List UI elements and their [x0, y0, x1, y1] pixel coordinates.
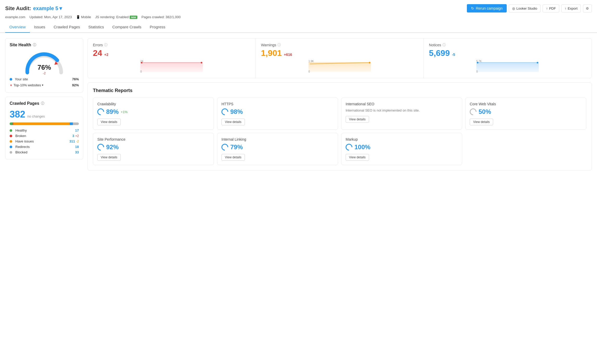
crawl-stats-list: Healthy 17 Broken 3 +2 — [10, 128, 79, 155]
svg-text:5.7K: 5.7K — [477, 60, 482, 63]
crawlability-view-details-button[interactable]: View details — [97, 119, 121, 125]
notices-value: 5,699 — [429, 48, 450, 58]
blocked-label: Blocked — [15, 150, 27, 154]
international-seo-na-text: International SEO is not implemented on … — [346, 108, 458, 113]
tab-compare-crawls[interactable]: Compare Crawls — [108, 22, 146, 33]
stat-broken: Broken 3 +2 — [10, 133, 79, 139]
crawled-pages-card: Crawled Pages ⓘ 382 no changes — [5, 97, 83, 159]
pdf-icon: ↑ — [546, 6, 548, 10]
crawlability-circle-icon — [96, 107, 106, 117]
campaign-selector[interactable]: example 5 ▾ — [33, 5, 62, 11]
warnings-info-icon[interactable]: ⓘ — [277, 43, 281, 47]
new-badge: new — [130, 16, 137, 19]
internal-linking-circle-icon — [220, 142, 230, 152]
tab-issues[interactable]: Issues — [30, 22, 49, 33]
broken-val: 3 — [72, 134, 74, 138]
gauge-change: -2 — [10, 72, 79, 75]
your-site-label: Your site — [15, 77, 28, 81]
core-web-vitals-view-details-button[interactable]: View details — [470, 119, 493, 125]
pb-redirects — [70, 122, 73, 125]
top10-legend: ▼ Top-10% websites ▾ 92% — [10, 82, 79, 88]
thematic-reports-section: Thematic Reports Crawlability 89% +1% Vi… — [87, 82, 592, 171]
warnings-label: Warnings — [261, 43, 276, 47]
thematic-reports-title: Thematic Reports — [93, 88, 586, 93]
svg-text:24: 24 — [140, 60, 143, 63]
crawlability-change: +1% — [121, 110, 128, 114]
internal-linking-view-details-button[interactable]: View details — [221, 154, 245, 161]
errors-change: +2 — [104, 53, 109, 57]
notices-info-icon[interactable]: ⓘ — [442, 43, 446, 47]
triangle-down-icon: ▼ — [10, 84, 12, 87]
internal-linking-title: Internal Linking — [221, 137, 334, 141]
https-circle-icon — [220, 107, 230, 117]
js-rendering-label: JS rendering: Enabled new — [95, 15, 137, 19]
updated-label: Updated: Mon, Apr 17, 2023 — [29, 15, 72, 19]
issues-change: -2 — [76, 140, 79, 143]
site-performance-circle-icon — [96, 142, 106, 152]
markup-view-details-button[interactable]: View details — [346, 154, 369, 161]
internal-linking-score: 79% — [230, 144, 243, 151]
broken-label: Broken — [15, 134, 26, 138]
svg-text:0: 0 — [140, 70, 142, 73]
main-nav: Overview Issues Crawled Pages Statistics… — [0, 22, 597, 33]
sidebar: Site Health ⓘ 76% - — [5, 38, 83, 171]
notices-change: -5 — [452, 53, 455, 57]
tab-crawled-pages[interactable]: Crawled Pages — [49, 22, 84, 33]
errors-label: Errors — [93, 43, 103, 47]
export-icon: ↑ — [565, 6, 567, 10]
your-site-legend: Your site 76% — [10, 76, 79, 82]
gauge-chart: 76% -2 — [10, 50, 79, 75]
campaign-name: example 5 — [33, 5, 58, 11]
broken-change: +2 — [75, 134, 79, 138]
healthy-dot — [10, 129, 12, 132]
international-seo-view-details-button[interactable]: View details — [346, 116, 369, 123]
thematic-grid-row2: Site Performance 92% View details Intern… — [93, 133, 586, 165]
issues-dot — [10, 140, 12, 143]
crawled-pages-info-icon[interactable]: ⓘ — [41, 101, 44, 106]
pdf-label: PDF — [549, 6, 556, 10]
notices-label: Notices — [429, 43, 441, 47]
svg-text:0: 0 — [308, 70, 310, 73]
gauge-label: 76% -2 — [10, 63, 79, 75]
rerun-campaign-button[interactable]: ↻ Rerun campaign — [467, 4, 507, 12]
healthy-val: 17 — [75, 128, 79, 132]
broken-dot — [10, 135, 12, 137]
errors-panel: Errors ⓘ 24 +2 — [88, 38, 256, 78]
thematic-card-core-web-vitals: Core Web Vitals 50% View details — [465, 98, 586, 130]
site-performance-view-details-button[interactable]: View details — [97, 154, 121, 161]
site-performance-title: Site Performance — [97, 137, 209, 141]
stat-have-issues: Have issues 311 -2 — [10, 139, 79, 144]
errors-info-icon[interactable]: ⓘ — [104, 43, 107, 47]
gauge-percent: 76% — [10, 63, 79, 72]
notices-panel: Notices ⓘ 5,699 -5 — [424, 38, 592, 78]
pages-crawled-label: Pages crawled: 382/1,000 — [142, 15, 181, 19]
crawled-no-change: no changes — [27, 114, 45, 118]
settings-button[interactable]: ⚙ — [583, 4, 592, 12]
domain-label: example.com — [5, 15, 25, 19]
healthy-label: Healthy — [15, 128, 27, 132]
markup-score: 100% — [354, 144, 370, 151]
warnings-value: 1,901 — [261, 48, 282, 58]
stat-redirects: Redirects 18 — [10, 144, 79, 150]
tab-progress[interactable]: Progress — [145, 22, 169, 33]
https-view-details-button[interactable]: View details — [221, 119, 245, 125]
thematic-card-internal-linking: Internal Linking 79% View details — [217, 133, 338, 165]
redirects-dot — [10, 146, 12, 148]
top10-chevron-icon[interactable]: ▾ — [42, 83, 43, 87]
svg-rect-1 — [140, 62, 203, 72]
pdf-button[interactable]: ↑ PDF — [543, 4, 559, 12]
site-performance-score: 92% — [106, 144, 119, 151]
device-label: 📱 Mobile — [76, 15, 91, 19]
blocked-val: 33 — [75, 150, 79, 154]
https-title: HTTPS — [221, 102, 334, 106]
export-button[interactable]: ↑ Export — [561, 4, 581, 12]
tab-overview[interactable]: Overview — [5, 22, 30, 33]
tab-statistics[interactable]: Statistics — [84, 22, 108, 33]
warnings-change: +616 — [284, 53, 292, 57]
gear-icon: ⚙ — [586, 6, 589, 10]
crawled-pages-title: Crawled Pages — [10, 101, 39, 106]
site-health-info-icon[interactable]: ⓘ — [33, 43, 36, 47]
blocked-dot — [10, 151, 12, 154]
looker-studio-button[interactable]: ◎ Looker Studio — [509, 4, 541, 12]
thematic-card-site-performance: Site Performance 92% View details — [93, 133, 214, 165]
